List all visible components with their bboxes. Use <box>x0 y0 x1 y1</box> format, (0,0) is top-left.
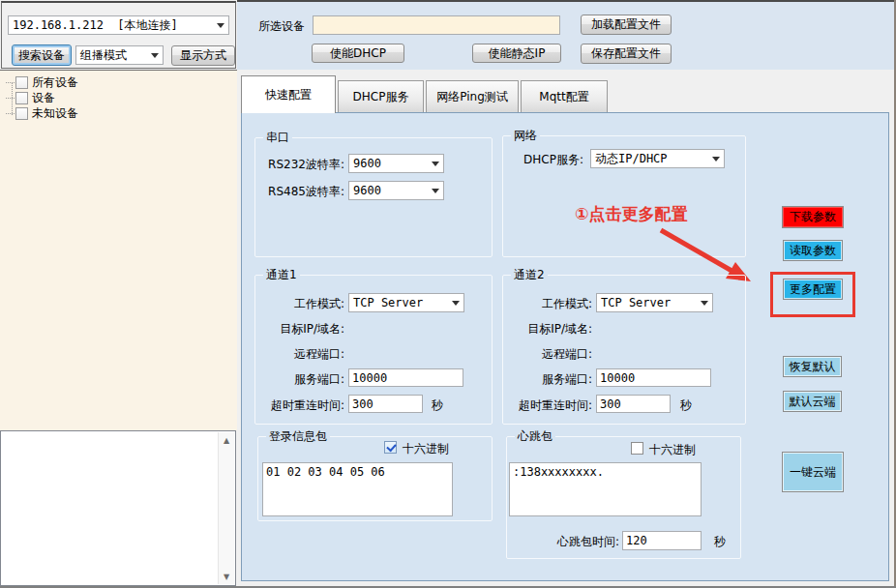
dropdown-arrow-icon[interactable] <box>696 294 712 311</box>
login-packet-group-title: 登录信息包 <box>266 429 330 443</box>
tab-dhcp-service[interactable]: DHCP服务 <box>338 80 424 112</box>
tree-item-label: 未知设备 <box>32 105 78 122</box>
dropdown-arrow-icon[interactable] <box>427 182 443 199</box>
ch1-server-port-input[interactable] <box>348 368 463 387</box>
heartbeat-time-input[interactable] <box>622 531 702 550</box>
heartbeat-textarea[interactable]: :138xxxxxxxx. <box>509 462 702 516</box>
dhcp-service-label: DHCP服务: <box>516 153 583 166</box>
log-listbox[interactable]: ▲ ▼ <box>0 430 236 586</box>
dropdown-arrow-icon[interactable] <box>146 46 163 64</box>
tree-checkbox[interactable] <box>15 76 28 89</box>
annotation-highlight-rect <box>770 272 855 317</box>
login-hex-checkbox[interactable] <box>384 441 397 454</box>
quick-config-page: 串口 RS232波特率: 9600 RS485波特率: 9600 网络 DHCP… <box>241 112 889 581</box>
serial-group-title: 串口 <box>263 131 292 144</box>
read-params-button[interactable]: 读取参数 <box>783 240 843 261</box>
search-devices-button[interactable]: 搜索设备 <box>12 44 72 66</box>
rs485-baud-label: RS485波特率: <box>257 185 344 198</box>
ch2-timeout-label: 超时重连时间: <box>492 398 592 412</box>
selected-device-input[interactable] <box>313 15 560 35</box>
channel2-group-title: 通道2 <box>511 268 548 281</box>
enable-static-ip-button[interactable]: 使能静态IP <box>472 44 561 63</box>
ch1-remote-port-label: 远程端口: <box>269 347 344 361</box>
search-mode-select[interactable]: 组播模式 <box>75 45 164 65</box>
scroll-down-icon[interactable]: ▼ <box>219 569 234 584</box>
network-group-title: 网络 <box>511 129 540 142</box>
ch1-target-ip-label: 目标IP/域名: <box>257 322 344 336</box>
ch2-remote-port-label: 远程端口: <box>517 347 592 361</box>
device-topbar: 所选设备 加载配置文件 使能DHCP 使能静态IP 保存配置文件 <box>237 0 896 70</box>
enable-dhcp-button[interactable]: 使能DHCP <box>312 44 404 63</box>
download-params-button[interactable]: 下载参数 <box>782 206 844 228</box>
heartbeat-hex-checkbox[interactable] <box>631 442 643 455</box>
connection-toolbox: 192.168.1.212 [本地连接] 搜索设备 组播模式 显示方式 <box>1 1 236 69</box>
tree-checkbox[interactable] <box>15 92 28 104</box>
ch1-timeout-label: 超时重连时间: <box>244 398 344 412</box>
scroll-up-icon[interactable]: ▲ <box>219 432 234 448</box>
rs232-baud-select[interactable]: 9600 <box>348 154 444 173</box>
restore-default-button[interactable]: 恢复默认 <box>783 356 842 377</box>
heartbeat-group-title: 心跳包 <box>515 429 555 443</box>
tab-mqtt-config[interactable]: Mqtt配置 <box>521 80 608 112</box>
tree-item-devices[interactable]: 设备 <box>6 90 55 105</box>
ch2-work-mode-label: 工作模式: <box>517 297 592 310</box>
login-packet-textarea[interactable]: 01 02 03 04 05 06 <box>262 462 453 516</box>
ch2-seconds-unit: 秒 <box>680 398 692 412</box>
ch1-server-port-label: 服务端口: <box>269 372 344 386</box>
tree-item-unknown-devices[interactable]: 未知设备 <box>6 105 78 121</box>
dropdown-arrow-icon[interactable] <box>707 150 724 167</box>
one-key-cloud-button[interactable]: 一键云端 <box>782 452 844 492</box>
ch1-seconds-unit: 秒 <box>432 398 443 412</box>
ch1-work-mode-label: 工作模式: <box>269 297 344 310</box>
tree-checkbox[interactable] <box>15 107 28 120</box>
ch2-server-port-label: 服务端口: <box>517 372 592 386</box>
login-hex-label: 十六进制 <box>403 442 449 456</box>
tree-item-label: 所有设备 <box>32 74 78 91</box>
tab-quick-config[interactable]: 快速配置 <box>241 75 336 113</box>
default-cloud-button[interactable]: 默认云端 <box>783 391 842 412</box>
ch2-target-ip-label: 目标IP/域名: <box>505 322 592 336</box>
tree-item-label: 设备 <box>32 90 55 106</box>
heartbeat-hex-label: 十六进制 <box>649 443 696 456</box>
dropdown-arrow-icon[interactable] <box>447 294 463 311</box>
ch2-server-port-input[interactable] <box>596 368 711 387</box>
load-config-button[interactable]: 加载配置文件 <box>581 15 672 35</box>
rs485-baud-select[interactable]: 9600 <box>348 181 444 200</box>
heartbeat-time-label: 心跳包时间: <box>540 535 619 548</box>
dropdown-arrow-icon[interactable] <box>212 16 228 34</box>
device-tree: 所有设备 设备 未知设备 <box>0 70 237 430</box>
log-scrollbar[interactable]: ▲ ▼ <box>218 432 234 584</box>
tab-network-ping[interactable]: 网络Ping测试 <box>426 80 519 112</box>
selected-device-label: 所选设备 <box>258 19 305 33</box>
device-config-window: 192.168.1.212 [本地连接] 搜索设备 组播模式 显示方式 所有设备… <box>0 0 896 588</box>
channel1-group-title: 通道1 <box>263 268 300 281</box>
annotation-click-more-config: ①点击更多配置 <box>575 203 687 225</box>
ch1-timeout-input[interactable] <box>348 395 423 413</box>
ch1-work-mode-select[interactable]: TCP Server <box>348 293 464 312</box>
ch2-timeout-input[interactable] <box>596 395 671 413</box>
dropdown-arrow-icon[interactable] <box>427 155 443 172</box>
tree-item-all-devices[interactable]: 所有设备 <box>6 74 78 90</box>
rs232-baud-label: RS232波特率: <box>257 158 344 171</box>
connection-select[interactable]: 192.168.1.212 [本地连接] <box>8 15 229 35</box>
display-mode-button[interactable]: 显示方式 <box>171 45 235 66</box>
ch2-work-mode-select[interactable]: TCP Server <box>596 293 713 312</box>
dhcp-service-select[interactable]: 动态IP/DHCP <box>590 149 725 168</box>
save-config-button[interactable]: 保存配置文件 <box>581 44 672 64</box>
heartbeat-seconds-unit: 秒 <box>714 535 726 548</box>
search-mode-value: 组播模式 <box>76 47 146 64</box>
connection-select-value: 192.168.1.212 [本地连接] <box>9 17 212 34</box>
